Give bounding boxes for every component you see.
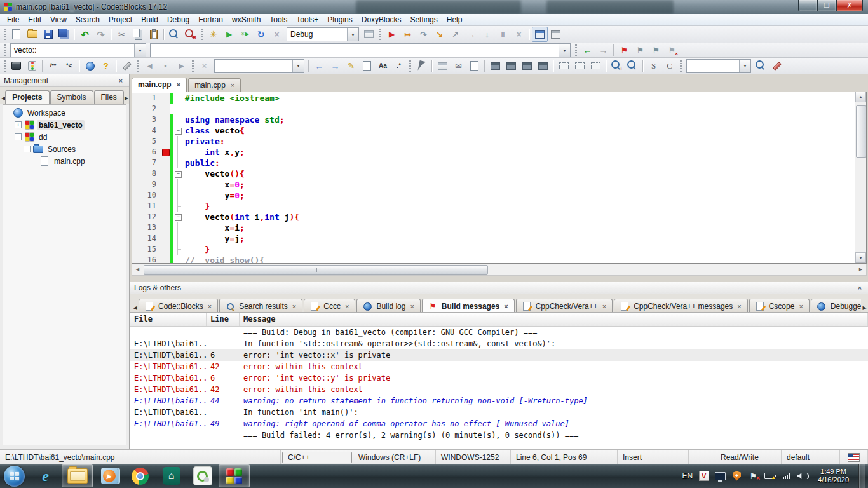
keyboard-layout-flag-icon[interactable] <box>840 450 868 464</box>
search-forward-button[interactable]: → <box>327 58 343 74</box>
tree-item-dd[interactable]: −dd <box>3 131 126 143</box>
log-tab-cppcheck-vera-[interactable]: CppCheck/Vera++× <box>516 299 613 313</box>
menu-search[interactable]: Search <box>71 15 104 25</box>
breakpoint-margin[interactable] <box>161 255 170 263</box>
log-tab-search-results[interactable]: Search results× <box>219 299 302 313</box>
breakpoint-margin[interactable] <box>161 233 170 244</box>
menu-edit[interactable]: Edit <box>24 15 46 25</box>
step-into-instruction-button[interactable]: ↓ <box>479 27 495 42</box>
log-tab-build-log[interactable]: Build log× <box>356 299 420 313</box>
build-message-row[interactable]: === Build failed: 4 error(s), 2 warning(… <box>130 430 868 441</box>
management-close-icon[interactable]: × <box>116 76 125 85</box>
fold-margin[interactable] <box>173 233 182 244</box>
fold-margin[interactable] <box>173 136 182 147</box>
doxy-block-comment-button[interactable]: /** <box>45 58 61 74</box>
wxsmith-splitter-button[interactable] <box>519 58 535 74</box>
breakpoint-marker[interactable] <box>162 149 170 156</box>
taskbar-codeblocks[interactable] <box>219 464 250 487</box>
menu-doxyblocks[interactable]: DoxyBlocks <box>357 15 406 25</box>
build-and-run-button[interactable]: ✳▶ <box>237 27 253 42</box>
tray-display-settings-icon[interactable] <box>715 471 726 481</box>
tab-close-icon[interactable]: × <box>737 302 741 310</box>
build-button[interactable]: ✳ <box>205 27 221 42</box>
menu-project[interactable]: Project <box>104 15 137 25</box>
tree-item-bai61-vecto[interactable]: +bai61_vecto <box>3 119 126 131</box>
open-file-button[interactable] <box>24 27 40 42</box>
build-message-row[interactable]: === Build: Debug in bai61_vecto (compile… <box>130 327 868 338</box>
tab-close-icon[interactable]: × <box>292 302 296 310</box>
fold-margin[interactable] <box>173 190 182 201</box>
logs-close-icon[interactable]: × <box>855 283 864 292</box>
zoom-in-button[interactable]: + <box>609 58 625 74</box>
scope-select[interactable]: vecto::▼ <box>10 43 146 57</box>
abort-build-button[interactable]: × <box>269 27 285 42</box>
breakpoint-margin[interactable] <box>161 244 170 255</box>
doxy-run-html-button[interactable] <box>82 58 98 74</box>
breakpoint-margin[interactable] <box>161 114 170 125</box>
tabs-scroll-right-icon[interactable]: ▶ <box>125 92 128 104</box>
next-function-button[interactable]: ▶ <box>173 58 189 74</box>
rebuild-button[interactable]: ↻ <box>253 27 269 42</box>
code-line-14[interactable]: 14 y=j; <box>132 233 855 244</box>
build-target-select-dropdown-icon[interactable]: ▼ <box>347 28 358 41</box>
wxsmith-panel-button[interactable] <box>487 58 503 74</box>
breakpoint-margin[interactable] <box>161 104 170 114</box>
save-all-button[interactable] <box>56 27 72 42</box>
vertical-scrollbar[interactable]: ▲ ▼ <box>855 92 866 263</box>
save-file-button[interactable] <box>40 27 56 42</box>
build-message-row[interactable]: E:\LTHDT\bai61...In function 'std::ostre… <box>130 338 868 349</box>
sizer-horizontal-button[interactable] <box>556 58 572 74</box>
function-select-dropdown-icon[interactable]: ▼ <box>559 44 570 57</box>
column-header-line[interactable]: Line <box>207 313 240 326</box>
log-tab-build-messages[interactable]: ⚑Build messages× <box>422 299 515 313</box>
insert-envelope-button[interactable]: ✉ <box>451 58 466 74</box>
vertical-scroll-thumb[interactable] <box>856 105 867 158</box>
scroll-down-icon[interactable]: ▼ <box>855 252 866 263</box>
code-area[interactable]: 1#include <iostream>23using namespace st… <box>132 92 855 263</box>
breakpoint-margin[interactable] <box>161 158 170 168</box>
fold-margin[interactable] <box>173 93 182 104</box>
build-target-select[interactable]: Debug▼ <box>287 27 359 41</box>
breakpoint-margin[interactable] <box>161 125 170 136</box>
show-desktop-button[interactable] <box>858 464 865 488</box>
toggle-bookmark-button[interactable]: ⚑ <box>616 43 632 58</box>
language-indicator[interactable]: EN <box>682 471 693 480</box>
tree-expander-icon[interactable]: + <box>15 121 22 128</box>
tab-close-icon[interactable]: × <box>231 81 234 89</box>
next-bookmark-button[interactable]: ⚑ <box>648 43 664 58</box>
tree-expander-icon[interactable]: − <box>24 146 31 152</box>
menu-build[interactable]: Build <box>137 15 163 25</box>
menu-debug[interactable]: Debug <box>163 15 194 25</box>
menu-plugins[interactable]: Plugins <box>323 15 356 25</box>
replace-button[interactable]: R <box>182 27 198 42</box>
undo-button[interactable]: ↶ <box>77 27 93 42</box>
fold-margin[interactable] <box>173 147 182 158</box>
log-tab-cppcheck-vera-messages[interactable]: CppCheck/Vera++ messages× <box>614 299 748 313</box>
tab-close-icon[interactable]: × <box>799 302 803 310</box>
wxsmith-notebook-button[interactable] <box>503 58 519 74</box>
column-header-message[interactable]: Message <box>240 313 868 326</box>
scroll-up-icon[interactable]: ▲ <box>855 92 866 102</box>
fold-margin[interactable] <box>173 244 182 255</box>
debug-continue-button[interactable]: ▶ <box>384 27 400 42</box>
step-out-button[interactable]: ↗ <box>447 27 463 42</box>
fold-margin[interactable] <box>173 222 182 233</box>
start-button[interactable] <box>4 466 25 487</box>
tab-close-icon[interactable]: × <box>345 302 349 310</box>
doxy-help-button[interactable]: ? <box>98 58 114 74</box>
code-line-6[interactable]: 6 int x,y; <box>132 147 855 158</box>
breakpoint-margin[interactable] <box>161 93 170 104</box>
code-line-2[interactable]: 2 <box>132 104 855 114</box>
log-tab-cscope[interactable]: Cscope× <box>749 299 810 313</box>
taskbar-dictionary-app[interactable] <box>187 465 217 487</box>
tab-projects[interactable]: Projects <box>5 90 49 104</box>
run-to-cursor-button[interactable]: ↦ <box>400 27 416 42</box>
find-button[interactable] <box>166 27 182 42</box>
tab-close-icon[interactable]: × <box>504 302 508 310</box>
code-line-13[interactable]: 13 x=i; <box>132 222 855 233</box>
editor-tab-1[interactable]: main.cpp× <box>188 78 241 92</box>
code-line-16[interactable]: 16// void show(){ <box>132 255 855 263</box>
incsearch-input[interactable]: ▼ <box>686 59 751 73</box>
tab-files[interactable]: Files <box>94 90 124 104</box>
tab-close-icon[interactable]: × <box>208 302 212 310</box>
